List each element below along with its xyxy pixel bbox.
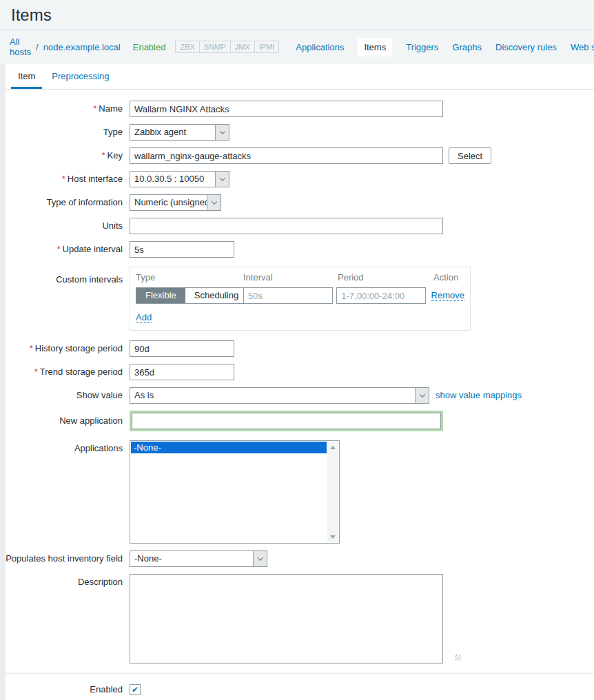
show-value-label: Show value	[6, 387, 130, 400]
row-type-of-information: Type of information Numeric (unsigned)	[6, 194, 594, 211]
show-value-select[interactable]: As is	[130, 387, 429, 404]
enabled-label: Enabled	[6, 682, 130, 694]
applications-label: Applications	[6, 440, 130, 453]
type-select-value: Zabbix agent	[130, 125, 215, 140]
chevron-down-icon	[253, 551, 267, 566]
history-storage-input[interactable]	[130, 340, 234, 357]
required-marker: *	[62, 174, 65, 184]
row-name: *Name	[6, 101, 594, 117]
nav-web-scenarios[interactable]: Web scenarios	[571, 42, 594, 52]
required-marker: *	[30, 343, 33, 353]
row-history: *History storage period	[6, 340, 594, 357]
row-units: Units	[6, 218, 594, 234]
row-enabled: Enabled ✔	[6, 682, 594, 695]
custom-intervals-header: Type Interval Period Action	[136, 272, 464, 282]
name-label: Name	[99, 103, 123, 114]
required-marker: *	[34, 367, 38, 377]
row-applications: Applications -None-	[6, 440, 594, 544]
interface-availability-badges: ZBX SNMP JMX IPMI	[175, 41, 279, 53]
host-status-enabled: Enabled	[133, 42, 166, 52]
key-select-button[interactable]: Select	[449, 147, 491, 164]
custom-intervals-table: Type Interval Period Action Flexible Sch…	[130, 267, 471, 331]
nav-triggers[interactable]: Triggers	[406, 42, 438, 52]
period-input[interactable]	[336, 287, 426, 304]
host-interface-select-value: 10.0.30.5 : 10050	[130, 172, 215, 187]
description-label: Description	[6, 574, 130, 587]
description-textarea[interactable]	[130, 574, 443, 663]
listbox-scrollbar[interactable]	[327, 442, 338, 542]
trend-label: Trend storage period	[40, 367, 123, 377]
inventory-label: Populates host inventory field	[6, 550, 130, 564]
units-input[interactable]	[130, 218, 443, 234]
type-of-information-select[interactable]: Numeric (unsigned)	[130, 194, 221, 211]
scheduling-option[interactable]: Scheduling	[185, 288, 247, 303]
item-form-panel: Item Preprocessing *Name Type Zabbix age…	[6, 64, 594, 700]
tab-preprocessing[interactable]: Preprocessing	[45, 64, 116, 89]
key-input[interactable]	[130, 147, 443, 164]
scroll-up-icon[interactable]	[327, 442, 338, 453]
form-tabs: Item Preprocessing	[6, 64, 594, 90]
inventory-select[interactable]: -None-	[130, 550, 267, 567]
scroll-down-icon[interactable]	[327, 531, 338, 542]
nav-graphs[interactable]: Graphs	[452, 42, 482, 52]
flexible-option[interactable]: Flexible	[136, 288, 185, 303]
col-action: Action	[433, 272, 458, 282]
update-interval-label: Update interval	[63, 244, 123, 254]
zbx-badge: ZBX	[176, 41, 199, 52]
type-of-information-label: Type of information	[6, 194, 130, 207]
interval-input[interactable]	[243, 287, 333, 304]
breadcrumb-all-hosts-link[interactable]: All hosts	[10, 37, 31, 57]
custom-intervals-label: Custom intervals	[6, 267, 130, 285]
chevron-down-icon	[215, 172, 229, 187]
history-label: History storage period	[35, 343, 123, 353]
host-interface-select[interactable]: 10.0.30.5 : 10050	[130, 171, 229, 187]
chevron-down-icon	[415, 388, 429, 403]
page-title: Items	[11, 6, 583, 25]
row-description: Description	[6, 574, 594, 663]
item-form: *Name Type Zabbix agent *Key Select *Hos…	[6, 90, 594, 700]
interval-type-segmented-control: Flexible Scheduling	[136, 287, 248, 304]
new-application-input[interactable]	[132, 413, 441, 429]
row-show-value: Show value As is show value mappings	[6, 387, 594, 404]
row-host-interface: *Host interface 10.0.30.5 : 10050	[6, 171, 594, 187]
show-value-select-value: As is	[130, 388, 415, 403]
required-marker: *	[57, 244, 60, 254]
update-interval-input[interactable]	[130, 241, 234, 258]
row-type: Type Zabbix agent	[6, 124, 594, 141]
add-interval-link[interactable]: Add	[136, 312, 152, 323]
custom-interval-row: Flexible Scheduling Remove	[136, 287, 464, 304]
units-label: Units	[6, 218, 130, 231]
breadcrumb-host-link[interactable]: node.example.local	[43, 42, 121, 52]
remove-interval-link[interactable]: Remove	[431, 290, 464, 301]
breadcrumb: All hosts / node.example.local Enabled Z…	[0, 30, 594, 64]
type-select[interactable]: Zabbix agent	[130, 124, 229, 141]
inventory-select-value: -None-	[130, 551, 253, 566]
type-of-information-select-value: Numeric (unsigned)	[130, 195, 207, 210]
trend-storage-input[interactable]	[130, 364, 234, 380]
footer-divider	[6, 673, 594, 674]
row-update-interval: *Update interval	[6, 241, 594, 258]
col-period: Period	[338, 272, 433, 282]
row-inventory: Populates host inventory field -None-	[6, 550, 594, 567]
name-input[interactable]	[130, 101, 443, 117]
chevron-down-icon	[215, 125, 229, 140]
breadcrumb-separator: /	[36, 42, 39, 52]
applications-option-none[interactable]: -None-	[131, 442, 327, 453]
row-new-application: New application	[6, 411, 594, 431]
tab-item[interactable]: Item	[11, 64, 42, 89]
applications-listbox[interactable]: -None-	[130, 440, 340, 544]
nav-applications[interactable]: Applications	[296, 42, 344, 52]
required-marker: *	[102, 150, 105, 161]
key-label: Key	[107, 150, 123, 161]
page-header: Items	[0, 0, 594, 30]
nav-discovery-rules[interactable]: Discovery rules	[495, 42, 557, 52]
host-nav: Applications Items Triggers Graphs Disco…	[296, 38, 594, 56]
enabled-checkbox[interactable]: ✔	[130, 684, 141, 695]
chevron-down-icon	[207, 195, 221, 210]
host-interface-label: Host interface	[68, 174, 123, 184]
row-key: *Key Select	[6, 147, 594, 164]
nav-items[interactable]: Items	[358, 38, 392, 56]
snmp-badge: SNMP	[200, 41, 231, 52]
show-value-mappings-link[interactable]: show value mappings	[436, 387, 522, 400]
resize-handle-icon[interactable]	[455, 655, 461, 661]
